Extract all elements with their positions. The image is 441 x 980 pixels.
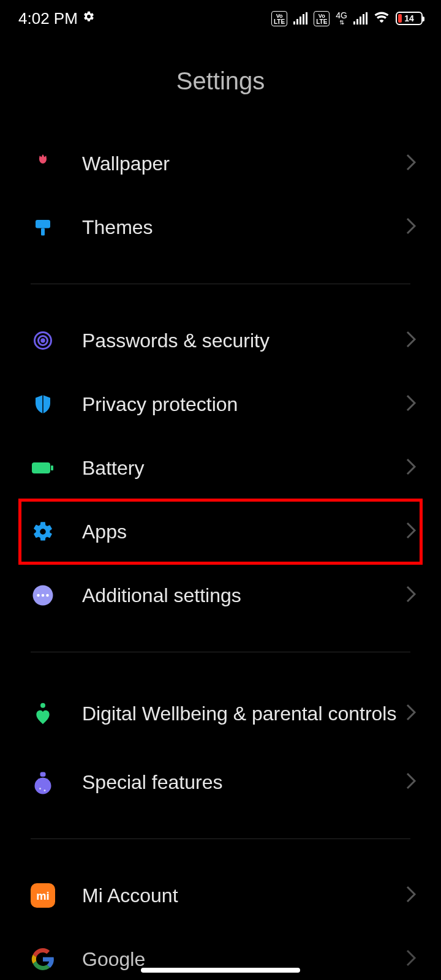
settings-item-label: Additional settings [82, 583, 405, 608]
chevron-right-icon [405, 153, 417, 174]
svg-rect-12 [40, 772, 46, 777]
volte-icon: VoLTE [271, 11, 287, 26]
battery-icon: 14 [396, 12, 423, 25]
svg-point-8 [37, 594, 40, 597]
settings-item-label: Battery [82, 456, 405, 480]
svg-rect-5 [32, 462, 50, 473]
page-title: Settings [0, 37, 441, 132]
status-bar: 4:02 PM VoLTE VoLTE 4G ⇅ 14 [0, 0, 441, 37]
settings-item-themes[interactable]: Themes [0, 195, 441, 259]
volte-icon-2: VoLTE [314, 11, 330, 26]
network-type: 4G ⇅ [336, 12, 347, 26]
svg-point-4 [42, 339, 45, 342]
svg-point-15 [44, 790, 46, 791]
settings-list: Wallpaper Themes Passwords & security Pr… [0, 132, 441, 980]
chevron-right-icon [405, 330, 417, 351]
chevron-right-icon [405, 885, 417, 906]
gear-icon [83, 10, 95, 26]
settings-item-label: Special features [82, 770, 405, 794]
divider [31, 652, 410, 652]
flask-icon [31, 770, 55, 794]
chevron-right-icon [405, 949, 417, 970]
svg-rect-6 [51, 466, 53, 470]
settings-item-wallpaper[interactable]: Wallpaper [0, 132, 441, 195]
brush-icon [31, 215, 55, 239]
google-icon [31, 947, 55, 971]
svg-point-9 [42, 594, 45, 597]
settings-item-special[interactable]: Special features [0, 750, 441, 814]
settings-item-passwords[interactable]: Passwords & security [0, 309, 441, 372]
settings-item-additional[interactable]: Additional settings [0, 564, 441, 627]
shield-icon [31, 392, 55, 417]
divider [31, 284, 410, 284]
settings-item-label: Wallpaper [82, 151, 405, 176]
settings-item-label: Passwords & security [82, 328, 405, 353]
settings-item-miaccount[interactable]: mi Mi Account [0, 864, 441, 927]
battery-icon [31, 456, 55, 480]
chevron-right-icon [405, 585, 417, 606]
settings-item-label: Apps [82, 519, 405, 544]
chevron-right-icon [405, 217, 417, 238]
chevron-right-icon [405, 521, 417, 542]
settings-item-label: Mi Account [82, 883, 405, 908]
svg-point-14 [39, 788, 41, 790]
wifi-icon [374, 9, 390, 29]
gesture-bar[interactable] [141, 968, 300, 973]
gear-icon [31, 519, 55, 544]
svg-rect-1 [41, 228, 45, 236]
tulip-icon [31, 151, 55, 176]
wellbeing-icon [31, 701, 55, 726]
more-icon [31, 583, 55, 608]
chevron-right-icon [405, 394, 417, 415]
signal-icon [293, 12, 307, 24]
settings-item-battery[interactable]: Battery [0, 436, 441, 500]
chevron-right-icon [405, 703, 417, 724]
signal-icon-2 [353, 12, 368, 24]
svg-text:mi: mi [36, 889, 49, 902]
settings-item-label: Themes [82, 215, 405, 239]
settings-item-apps[interactable]: Apps [0, 500, 441, 564]
divider [31, 839, 410, 839]
svg-point-11 [40, 703, 45, 708]
fingerprint-icon [31, 328, 55, 353]
svg-point-13 [35, 778, 51, 794]
chevron-right-icon [405, 458, 417, 478]
mi-icon: mi [31, 883, 55, 908]
svg-rect-0 [36, 220, 50, 228]
settings-item-label: Privacy protection [82, 392, 405, 417]
chevron-right-icon [405, 772, 417, 793]
status-time: 4:02 PM [18, 9, 78, 28]
settings-item-wellbeing[interactable]: Digital Wellbeing & parental controls [0, 677, 441, 750]
settings-item-label: Digital Wellbeing & parental controls [82, 701, 405, 726]
settings-item-privacy[interactable]: Privacy protection [0, 372, 441, 436]
svg-point-10 [46, 594, 49, 597]
